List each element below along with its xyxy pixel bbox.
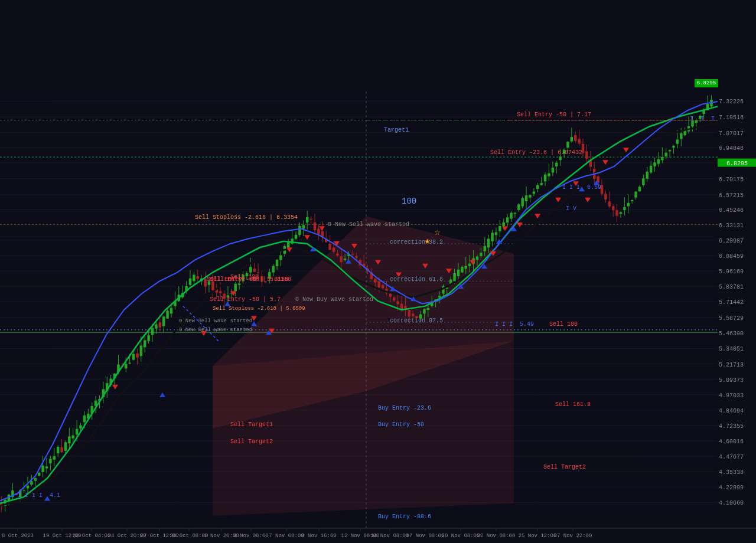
chart-container: 6.8295 bbox=[0, 0, 756, 543]
chart-canvas bbox=[0, 0, 756, 543]
price-highlight-box: 6.8295 bbox=[695, 79, 718, 87]
